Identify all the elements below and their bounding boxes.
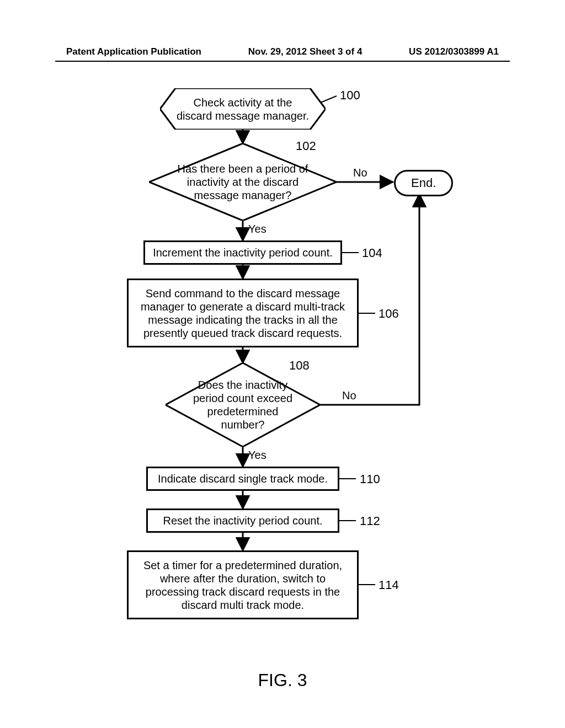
header-right: US 2012/0303899 A1 <box>409 46 499 57</box>
label-102-no: No <box>353 167 367 179</box>
node-reset-count: Reset the inactivity period count. <box>146 508 339 533</box>
label-108-yes: Yes <box>248 449 266 462</box>
node-increment-count: Increment the inactivity period count. <box>143 240 342 265</box>
figure-label: FIG. 3 <box>0 670 565 690</box>
ref-106: 106 <box>379 307 399 321</box>
label-102-yes: Yes <box>248 223 266 235</box>
ref-112: 112 <box>360 514 380 528</box>
ref-100: 100 <box>340 88 360 103</box>
header-left: Patent Application Publication <box>66 46 201 57</box>
node-end: End. <box>394 170 453 196</box>
page: Patent Application Publication Nov. 29, … <box>0 0 565 728</box>
header-rule <box>55 61 510 62</box>
ref-110: 110 <box>360 472 380 486</box>
node-count-exceeds-decision-label: Does the inactivity period count exceed … <box>166 378 320 431</box>
ref-104: 104 <box>362 246 382 260</box>
node-increment-count-label: Increment the inactivity period count. <box>153 246 333 259</box>
node-set-timer: Set a timer for a predetermined duration… <box>127 550 359 619</box>
label-108-no: No <box>342 389 356 402</box>
header-center: Nov. 29, 2012 Sheet 3 of 4 <box>248 46 363 57</box>
node-send-command-label: Send command to the discard message mana… <box>135 287 350 340</box>
ref-108: 108 <box>289 358 310 373</box>
node-check-activity: Check activity at the discard message ma… <box>160 88 326 130</box>
node-count-exceeds-decision: Does the inactivity period count exceed … <box>166 363 320 447</box>
ref-114: 114 <box>379 578 399 592</box>
page-header: Patent Application Publication Nov. 29, … <box>0 46 565 57</box>
node-inactivity-decision-label: Has there been a period of inactivity at… <box>149 162 337 202</box>
node-inactivity-decision: Has there been a period of inactivity at… <box>149 143 337 221</box>
flowchart: Check activity at the discard message ma… <box>99 88 475 662</box>
node-indicate-single-mode: Indicate discard single track mode. <box>146 467 339 491</box>
node-send-command: Send command to the discard message mana… <box>127 279 359 347</box>
ref-102: 102 <box>296 139 316 153</box>
node-indicate-single-mode-label: Indicate discard single track mode. <box>158 472 328 485</box>
node-reset-count-label: Reset the inactivity period count. <box>163 514 322 527</box>
node-check-activity-label: Check activity at the discard message ma… <box>160 96 326 122</box>
node-end-label: End. <box>411 176 436 190</box>
node-set-timer-label: Set a timer for a predetermined duration… <box>136 559 349 612</box>
